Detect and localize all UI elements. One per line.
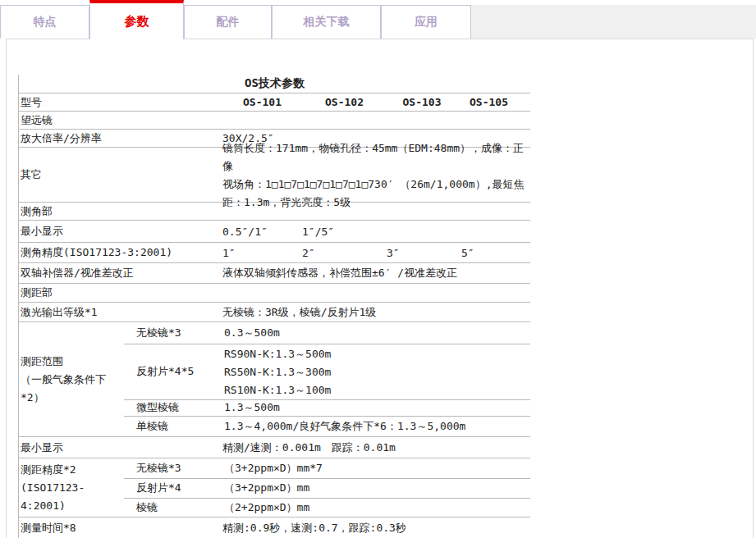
row-compensator-label: 双轴补偿器/视准差改正: [19, 266, 222, 280]
row-measure-time: 测量时间*8 精测:0.9秒，速测:0.7，跟踪:0.3秒: [19, 517, 530, 538]
accuracy-label-line1: 测距精度*2: [21, 461, 124, 479]
angle-accuracy-v2: 2″: [302, 247, 387, 259]
range-row-single-prism: 单棱镜 1.3～4,000m/良好气象条件下*6：1.3～5,000m: [124, 417, 530, 436]
accuracy-prism-value: （2+2ppm×D）mm: [224, 500, 530, 515]
tab-parameters[interactable]: 参数: [89, 0, 184, 39]
accuracy-row-prism: 棱镜 （2+2ppm×D）mm: [124, 499, 530, 517]
range-mini-prism-label: 微型棱镜: [124, 400, 224, 415]
table-title-row: OS技术参数: [19, 75, 530, 93]
tab-bar: 特点 参数 配件 相关下载 应用: [0, 0, 756, 39]
range-sheet-label: 反射片*4*5: [124, 364, 224, 379]
row-angle-accuracy-label: 测角精度(ISO17123-3:2001): [19, 245, 222, 260]
range-mini-prism-value: 1.3～500m: [224, 400, 530, 415]
spec-table: OS技术参数 型号 OS-101 OS-102 OS-103 OS-105 望远…: [18, 75, 530, 538]
range-sheet-value1: RS90N-K:1.3～500m: [224, 345, 530, 363]
row-model-label: 型号: [19, 95, 222, 110]
tab-features[interactable]: 特点: [0, 5, 89, 39]
row-measure-time-value: 精测:0.9秒，速测:0.7，跟踪:0.3秒: [222, 521, 530, 536]
row-laser-class: 激光输出等级*1 无棱镜：3R级，棱镜/反射片1级: [19, 303, 530, 322]
row-min-display-angle: 最小显示 0.5″/1″ 1″/5″: [19, 221, 530, 243]
row-laser-class-label: 激光输出等级*1: [19, 305, 222, 320]
section-row-distance: 测距部: [19, 284, 530, 303]
tab-accessories[interactable]: 配件: [184, 5, 272, 39]
accuracy-sheet-value: （3+2ppm×D）mm: [224, 481, 530, 495]
range-sheet-value3: RS10N-K:1.3～100m: [224, 381, 530, 399]
row-model: 型号 OS-101 OS-102 OS-103 OS-105: [19, 93, 530, 112]
model-os103: OS-103: [387, 96, 457, 108]
table-title: OS技术参数: [245, 76, 305, 91]
row-compensator-value: 液体双轴倾斜传感器，补偿范围±6′ /视准差改正: [222, 266, 530, 280]
model-os105: OS-105: [457, 96, 530, 108]
model-os101: OS-101: [222, 96, 302, 108]
range-reflectorless-label: 无棱镜*3: [124, 326, 224, 340]
row-min-display-dist-label: 最小显示: [19, 440, 222, 455]
section-angle-label: 测角部: [19, 204, 222, 219]
section-telescope-label: 望远镜: [19, 113, 222, 128]
group-distance-accuracy: 测距精度*2 (ISO17123-4:2001) 无棱镜*3 （3+2ppm×D…: [19, 458, 530, 517]
row-laser-class-value: 无棱镜：3R级，棱镜/反射片1级: [222, 305, 530, 320]
section-row-telescope: 望远镜: [19, 112, 530, 130]
accuracy-row-reflectorless: 无棱镜*3 （3+2ppm×D）mm*7: [124, 458, 530, 479]
range-row-reflectorless: 无棱镜*3 0.3～500m: [124, 322, 530, 344]
row-other-label: 其它: [19, 167, 222, 182]
range-single-prism-value: 1.3～4,000m/良好气象条件下*6：1.3～5,000m: [224, 419, 530, 434]
angle-accuracy-v4: 5″: [457, 247, 530, 259]
range-reflectorless-value: 0.3～500m: [224, 326, 530, 340]
tab-applications[interactable]: 应用: [381, 5, 471, 39]
row-min-display-angle-label: 最小显示: [19, 224, 222, 239]
row-other-line2: 视场角：1□1□7□1□7□1□7□1□730′ （26m/1,000m）,最短…: [222, 176, 530, 194]
row-min-display-dist: 最小显示 精测/速测：0.001m 跟踪：0.01m: [19, 437, 530, 458]
range-label-line1: 测距范围: [21, 353, 124, 371]
range-row-mini-prism: 微型棱镜 1.3～500m: [124, 400, 530, 417]
range-single-prism-label: 单棱镜: [124, 419, 224, 434]
tab-bar-filler: [471, 5, 756, 39]
accuracy-sheet-label: 反射片*4: [124, 481, 224, 495]
min-display-angle-v1: 0.5″/1″: [222, 226, 302, 238]
range-row-sheet: 反射片*4*5 RS90N-K:1.3～500m RS50N-K:1.3～300…: [124, 344, 530, 400]
accuracy-row-sheet: 反射片*4 （3+2ppm×D）mm: [124, 479, 530, 499]
angle-accuracy-v1: 1″: [222, 247, 302, 259]
group-measuring-range: 测距范围 （一般气象条件下*2） 无棱镜*3 0.3～500m 反射片*4*5 …: [19, 322, 530, 437]
row-compensator: 双轴补偿器/视准差改正 液体双轴倾斜传感器，补偿范围±6′ /视准差改正: [19, 263, 530, 284]
accuracy-reflectorless-value: （3+2ppm×D）mm*7: [224, 461, 530, 476]
range-sheet-value2: RS50N-K:1.3～300m: [224, 363, 530, 381]
row-measure-time-label: 测量时间*8: [19, 521, 222, 536]
row-other-line3: 距：1.3m，背光亮度：5级: [222, 194, 530, 212]
row-magnification-label: 放大倍率/分辨率: [19, 131, 222, 146]
content-panel: OS技术参数 型号 OS-101 OS-102 OS-103 OS-105 望远…: [6, 39, 754, 538]
accuracy-prism-label: 棱镜: [124, 500, 224, 515]
accuracy-reflectorless-label: 无棱镜*3: [124, 461, 224, 476]
range-label-line2: （一般气象条件下*2）: [21, 371, 124, 407]
angle-accuracy-v3: 3″: [387, 247, 457, 259]
section-distance-label: 测距部: [19, 285, 222, 300]
row-other: 其它 镜筒长度：171mm，物镜孔径：45mm（EDM:48mm），成像：正像 …: [19, 148, 530, 203]
model-os102: OS-102: [302, 96, 387, 108]
row-other-line1: 镜筒长度：171mm，物镜孔径：45mm（EDM:48mm），成像：正像: [222, 139, 530, 176]
tab-downloads[interactable]: 相关下载: [272, 5, 381, 39]
row-min-display-dist-value: 精测/速测：0.001m 跟踪：0.01m: [222, 440, 530, 455]
row-angle-accuracy: 测角精度(ISO17123-3:2001) 1″ 2″ 3″ 5″: [19, 243, 530, 263]
accuracy-label-line2: (ISO17123-4:2001): [21, 479, 124, 515]
min-display-angle-v2: 1″/5″: [302, 226, 387, 238]
